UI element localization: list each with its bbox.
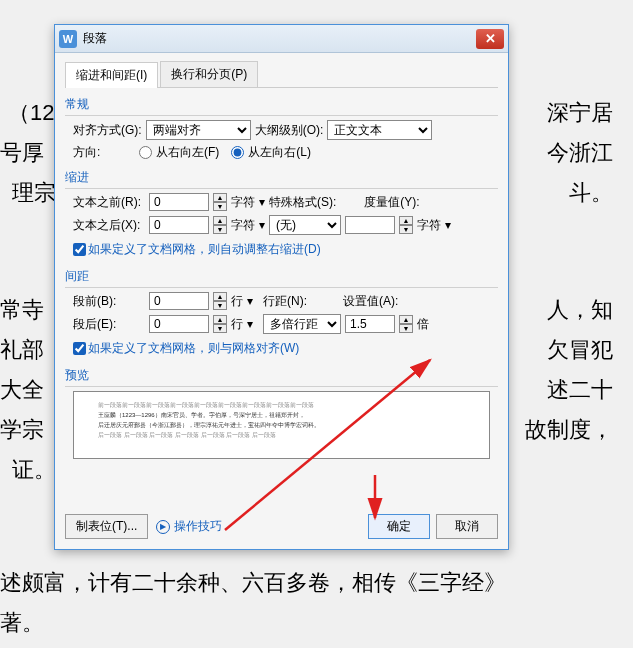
label-text-after: 文本之后(X): xyxy=(73,217,145,234)
bg-text: 今浙江 xyxy=(547,133,613,173)
bg-text: 证。 xyxy=(12,450,56,490)
section-general: 常规 xyxy=(65,92,498,116)
unit-times: 倍 xyxy=(417,316,429,333)
section-spacing: 间距 xyxy=(65,264,498,288)
label-direction: 方向: xyxy=(73,144,135,161)
label-outline: 大纲级别(O): xyxy=(255,122,324,139)
preview-after: 后一段落 后一段落 后一段落 后一段落 后一段落 后一段落 后一段落 xyxy=(98,430,465,440)
tips-link[interactable]: ▶ 操作技巧 xyxy=(156,518,222,535)
titlebar: W 段落 ✕ xyxy=(55,25,508,53)
cancel-button[interactable]: 取消 xyxy=(436,514,498,539)
section-indent: 缩进 xyxy=(65,165,498,189)
label-text-before: 文本之前(R): xyxy=(73,194,145,211)
bg-text: 号厚 xyxy=(0,133,44,173)
radio-ltr-wrap[interactable]: 从左向右(L) xyxy=(231,144,311,161)
close-button[interactable]: ✕ xyxy=(476,29,504,49)
paragraph-dialog: W 段落 ✕ 缩进和间距(I) 换行和分页(P) 常规 对齐方式(G): 两端对… xyxy=(54,24,509,550)
space-after-spinner[interactable]: ▲▼ xyxy=(213,315,227,333)
label-grid-spacing: 如果定义了文档网格，则与网格对齐(W) xyxy=(88,340,299,357)
label-space-after: 段后(E): xyxy=(73,316,145,333)
bg-text: 理宗 xyxy=(12,173,56,213)
label-special-format: 特殊格式(S): xyxy=(269,194,336,211)
space-after-input[interactable] xyxy=(149,315,209,333)
set-value-spinner[interactable]: ▲▼ xyxy=(399,315,413,333)
tips-label: 操作技巧 xyxy=(174,518,222,535)
bg-text: 深宁居 xyxy=(547,93,613,133)
label-rtl: 从右向左(F) xyxy=(156,144,219,161)
grid-indent-checkbox[interactable] xyxy=(73,243,86,256)
radio-rtl[interactable] xyxy=(139,146,152,159)
label-grid-indent: 如果定义了文档网格，则自动调整右缩进(D) xyxy=(88,241,321,258)
unit-line: 行 xyxy=(231,316,243,333)
section-preview: 预览 xyxy=(65,363,498,387)
space-before-spinner[interactable]: ▲▼ xyxy=(213,292,227,310)
preview-before: 前一段落前一段落前一段落前一段落前一段落前一段落前一段落前一段落前一段落 xyxy=(98,400,465,410)
label-ltr: 从左向右(L) xyxy=(248,144,311,161)
label-align: 对齐方式(G): xyxy=(73,122,142,139)
bg-text: 欠冒犯 xyxy=(547,330,613,370)
text-after-input[interactable] xyxy=(149,216,209,234)
preview-sample1: 王应麟（1223—1296）南宋官员、学者。字伯厚，号深宁居士，祖籍郑开封， xyxy=(98,410,465,420)
text-before-spinner[interactable]: ▲▼ xyxy=(213,193,227,211)
unit-line: 行 xyxy=(231,293,243,310)
radio-rtl-wrap[interactable]: 从右向左(F) xyxy=(139,144,219,161)
grid-spacing-checkbox[interactable] xyxy=(73,342,86,355)
label-space-before: 段前(B): xyxy=(73,293,145,310)
bg-text: 斗。 xyxy=(569,173,613,213)
set-value-input[interactable] xyxy=(345,315,395,333)
unit-char: 字符 xyxy=(417,217,441,234)
measure-spinner[interactable]: ▲▼ xyxy=(399,216,413,234)
play-icon: ▶ xyxy=(156,520,170,534)
bg-text: 著。 xyxy=(0,603,44,643)
tab-indent-spacing[interactable]: 缩进和间距(I) xyxy=(65,62,158,88)
unit-char: 字符 xyxy=(231,194,255,211)
tab-line-page-break[interactable]: 换行和分页(P) xyxy=(160,61,258,87)
tabstop-button[interactable]: 制表位(T)... xyxy=(65,514,148,539)
bg-text: 大全 xyxy=(0,370,44,410)
label-line-spacing: 行距(N): xyxy=(263,293,307,310)
bg-text: 故制度， xyxy=(525,410,613,450)
align-combo[interactable]: 两端对齐 xyxy=(146,120,251,140)
preview-box: 前一段落前一段落前一段落前一段落前一段落前一段落前一段落前一段落前一段落 王应麟… xyxy=(73,391,490,459)
text-before-input[interactable] xyxy=(149,193,209,211)
bg-text: 礼部 xyxy=(0,330,44,370)
bg-text: 述颇富，计有二十余种、六百多卷，相传《三字经》 xyxy=(0,563,506,603)
bg-text: 常寺 xyxy=(0,290,44,330)
line-spacing-combo[interactable]: 多倍行距 xyxy=(263,314,341,334)
special-format-combo[interactable]: (无) xyxy=(269,215,341,235)
label-set-value: 设置值(A): xyxy=(343,293,398,310)
app-icon: W xyxy=(59,30,77,48)
label-measure-value: 度量值(Y): xyxy=(364,194,419,211)
ok-button[interactable]: 确定 xyxy=(368,514,430,539)
dialog-title: 段落 xyxy=(83,30,476,47)
outline-combo[interactable]: 正文文本 xyxy=(327,120,432,140)
preview-sample2: 后迁居庆元府鄞县（今浙江鄞县），理宗淳祐元年进士，宝祐四年夺中博学宏词科。 xyxy=(98,420,465,430)
space-before-input[interactable] xyxy=(149,292,209,310)
tab-strip: 缩进和间距(I) 换行和分页(P) xyxy=(65,61,498,88)
text-after-spinner[interactable]: ▲▼ xyxy=(213,216,227,234)
bg-text: 述二十 xyxy=(547,370,613,410)
measure-value-input[interactable] xyxy=(345,216,395,234)
radio-ltr[interactable] xyxy=(231,146,244,159)
unit-char: 字符 xyxy=(231,217,255,234)
bg-text: 学宗 xyxy=(0,410,44,450)
bg-text: 人，知 xyxy=(547,290,613,330)
